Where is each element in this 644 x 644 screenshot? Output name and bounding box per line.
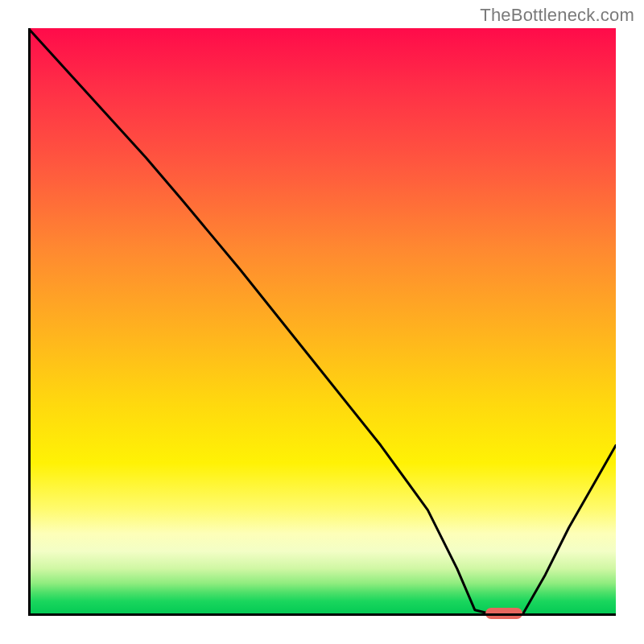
chart-canvas: TheBottleneck.com bbox=[0, 0, 644, 644]
watermark-label: TheBottleneck.com bbox=[480, 5, 634, 26]
plot-gradient-background bbox=[28, 28, 616, 616]
